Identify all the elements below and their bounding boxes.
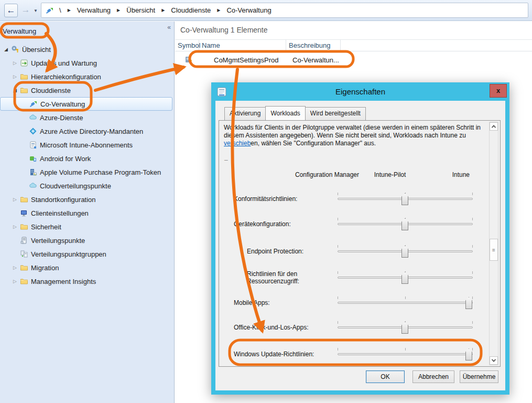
tab-workloads[interactable]: Workloads <box>265 106 305 120</box>
expander-closed-icon[interactable]: ▷ <box>11 265 19 270</box>
workload-label: Office-Klick-und-Los-Apps: <box>234 324 324 331</box>
verschieben-link[interactable]: verschieb <box>224 140 251 147</box>
tab-aktivierung[interactable]: Aktivierung <box>224 107 266 120</box>
slider-thumb[interactable] <box>465 297 472 309</box>
slider-thumb[interactable] <box>401 218 408 230</box>
sidebar-item-label: Azure-Dienste <box>38 114 83 122</box>
apple-icon <box>28 168 38 176</box>
sidebar-item-standortkonfiguration[interactable]: ▷Standortkonfiguration <box>0 193 175 206</box>
sidebar-item-azure-active-directory-mandanten[interactable]: Azure Active Directory-Mandanten <box>0 124 175 138</box>
workload-label: Mobile Apps: <box>234 299 324 306</box>
sidebar-item-label: Updates und Wartung <box>29 59 97 67</box>
expander-closed-icon[interactable]: ▷ <box>11 197 19 202</box>
sidebar-item-cloudverteilungspunkte[interactable]: Cloudverteilungspunkte <box>0 179 175 193</box>
sidebar-item-microsoft-intune-abonnements[interactable]: Microsoft Intune-Abonnements <box>0 138 175 152</box>
sidebar-header: Verwaltung <box>0 24 175 38</box>
column-name[interactable]: Name <box>199 40 286 51</box>
breadcrumb-item-root[interactable]: \ <box>57 5 63 15</box>
scroll-up-icon[interactable] <box>490 122 498 131</box>
expander-open-icon[interactable]: ◢ <box>11 88 19 93</box>
sidebar-item-clienteinstellungen[interactable]: Clienteinstellungen <box>0 206 175 220</box>
sidebar-item-android-for-work[interactable]: Android for Work <box>0 152 175 165</box>
overview-icon <box>10 45 20 54</box>
scroll-down-icon[interactable] <box>490 356 498 365</box>
history-dropdown-button[interactable]: ▼ <box>34 8 38 13</box>
row-description: Co-Verwaltun... <box>286 56 365 64</box>
header-intune-pilot: Intune-Pilot <box>362 171 418 178</box>
sidebar-item-label: Hierarchiekonfiguration <box>29 73 101 81</box>
sidebar-item-label: Verteilungspunktgruppen <box>29 250 106 258</box>
breadcrumb-item-co-verwaltung[interactable]: Co-Verwaltung <box>224 5 273 15</box>
column-beschreibung[interactable]: Beschreibung <box>286 40 341 51</box>
comgmt-icon <box>28 100 39 108</box>
tab-wird-bereitgestellt[interactable]: Wird bereitgestellt <box>305 107 366 120</box>
sidebar-item-verteilungspunktgruppen[interactable]: Verteilungspunktgruppen <box>0 247 175 261</box>
sidebar-item-sicherheit[interactable]: ▷Sicherheit <box>0 220 175 234</box>
sidebar-item-apple-volume-purchase-program-token[interactable]: Apple Volume Purchase Program-Token <box>0 165 175 179</box>
forward-button[interactable]: → <box>19 4 32 17</box>
slider-thumb[interactable] <box>401 246 408 258</box>
folder-icon <box>19 195 29 204</box>
sidebar-item-label: Co-Verwaltung <box>39 100 85 108</box>
sidebar-item-label: Migration <box>29 264 59 272</box>
dialog-scrollbar[interactable]: ≡ <box>489 122 498 365</box>
breadcrumb-separator-icon: ▶ <box>63 8 75 13</box>
workload-label: Gerätekonfiguration: <box>234 220 324 228</box>
client-icon <box>19 209 29 217</box>
slider-track[interactable] <box>338 353 473 355</box>
sidebar-item-co-verwaltung[interactable]: Co-Verwaltung <box>0 97 172 111</box>
sidebar-collapse-icon[interactable]: « <box>167 24 171 31</box>
dialog-body: Aktivierung Workloads Wird bereitgestell… <box>215 101 505 390</box>
expander-open-icon[interactable]: ◢ <box>2 47 10 52</box>
workload-label: Windows Update-Richtlinien: <box>234 351 324 358</box>
expander-closed-icon[interactable]: ▷ <box>11 224 19 229</box>
sidebar-item-verteilungspunkte[interactable]: Verteilungspunkte <box>0 234 175 247</box>
expander-closed-icon[interactable]: ▷ <box>11 60 19 66</box>
back-button[interactable]: ← <box>4 4 18 17</box>
sidebar-item-label: Verteilungspunkte <box>29 237 85 245</box>
workloads-description: Workloads für Clients in der Pilotgruppe… <box>224 124 483 147</box>
sidebar-item-hierarchiekonfiguration[interactable]: ▷Hierarchiekonfiguration <box>0 70 175 83</box>
workload-label: Konformitätsrichtlinien: <box>234 195 324 203</box>
slider-thumb[interactable] <box>465 348 472 360</box>
dialog-titlebar[interactable]: Eigenschaften <box>211 82 509 101</box>
breadcrumb-item-clouddienste[interactable]: Clouddienste <box>169 5 213 15</box>
co-management-icon <box>46 6 54 15</box>
workload-row-office-klick-und-los-apps: Office-Klick-und-Los-Apps: <box>223 316 485 338</box>
expander-closed-icon[interactable]: ▷ <box>11 279 19 284</box>
slider-thumb[interactable] <box>401 322 408 334</box>
sidebar-item-management-insights[interactable]: ▷Management Insights <box>0 274 175 288</box>
workload-row-mobile-apps: Mobile Apps: <box>223 292 485 314</box>
sidebar-item-migration[interactable]: ▷Migration <box>0 261 175 274</box>
table-row[interactable]: CoMgmtSettingsProd Co-Verwaltun... <box>175 52 532 67</box>
slider-thumb[interactable] <box>401 193 408 205</box>
sidebar-item-clouddienste[interactable]: ◢Clouddienste <box>0 83 175 97</box>
tab-strip: Aktivierung Workloads Wird bereitgestell… <box>224 107 365 121</box>
sidebar-item-updates-und-wartung[interactable]: ▷Updates und Wartung <box>0 56 175 70</box>
row-name: CoMgmtSettingsProd <box>199 56 286 64</box>
slider-thumb[interactable] <box>401 272 408 284</box>
header-intune: Intune <box>430 171 470 178</box>
description-footnote: – <box>224 156 228 164</box>
intune-icon <box>28 141 38 149</box>
breadcrumb-item-verwaltung[interactable]: Verwaltung <box>75 5 113 15</box>
breadcrumb-item-bersicht[interactable]: Übersicht <box>124 5 157 15</box>
slider-track[interactable] <box>338 302 473 304</box>
scrollbar-thumb[interactable]: ≡ <box>490 239 498 261</box>
toolbar: ← → ▼ \▶Verwaltung▶Übersicht▶Clouddienst… <box>0 0 532 21</box>
description-text-after: en, wählen Sie "Configuration Manager" a… <box>251 140 376 147</box>
sidebar-item-label: Clienteinstellungen <box>29 209 89 217</box>
sidebar-item-azure-dienste[interactable]: Azure-Dienste <box>0 111 175 124</box>
apply-button[interactable]: Übernehme <box>460 370 498 383</box>
column-symbol[interactable]: Symbol <box>175 40 199 51</box>
expander-closed-icon[interactable]: ▷ <box>11 74 19 79</box>
folder-icon <box>19 72 29 81</box>
header-configuration-manager: Configuration Manager <box>287 171 367 178</box>
sidebar-item-bersicht[interactable]: ◢Übersicht <box>0 43 175 56</box>
close-button[interactable]: x <box>490 84 507 98</box>
properties-dialog: Eigenschaften x Aktivierung Workloads Wi… <box>211 82 509 395</box>
cancel-button[interactable]: Abbrechen <box>412 370 454 383</box>
folder-icon <box>19 222 29 231</box>
ok-button[interactable]: OK <box>366 370 405 383</box>
sidebar-item-label: Management Insights <box>29 278 96 285</box>
